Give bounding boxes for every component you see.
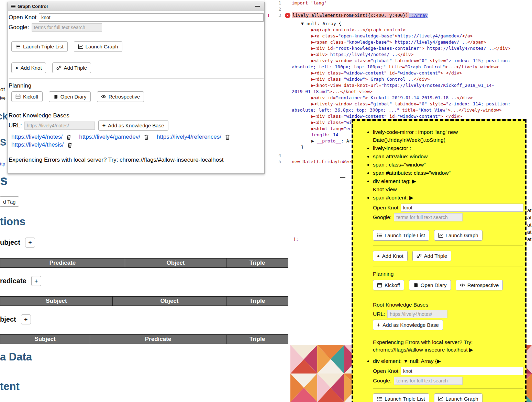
open-diary-button[interactable]: Open Diary [409, 280, 451, 290]
desktop: ot ive ck S ttp s d Tag tions ubject + r… [0, 0, 532, 402]
launch-graph-button[interactable]: Launch Graph [434, 393, 483, 402]
kb-link-list: https://lively4/notes/https://lively4/ga… [9, 134, 264, 148]
retrospective-button[interactable]: Retrospective [456, 280, 503, 290]
inspector-node[interactable]: ▶<graph-control>...</graph-control> [292, 27, 532, 33]
launch-graph-button[interactable]: Launch Graph [74, 41, 122, 52]
column-header: Object [113, 297, 226, 306]
inspector-node[interactable]: ▶<a class="open-knowledge-base">https://… [292, 33, 532, 39]
graph-control-window: Graph Control Open Knot Google: Launch T… [8, 2, 265, 174]
expand-arrow-icon[interactable]: ▶ [468, 347, 473, 353]
column-header: Object [125, 259, 226, 267]
add-triple-button[interactable]: Add Triple [412, 251, 452, 261]
open-knot-input[interactable] [401, 367, 523, 375]
column-header: Subject [0, 335, 90, 344]
kickoff-button[interactable]: Kickoff [373, 280, 404, 290]
knowledge-base-entry: https://lively4/notes/ [11, 134, 71, 140]
line-number: 5 [265, 159, 291, 165]
add-knot-button[interactable]: ● Add Knot [11, 62, 46, 73]
add-triple-button[interactable]: Add Triple [52, 62, 91, 73]
inspector-node[interactable]: ▶<knot-view data-knot-url="https://livel… [292, 82, 532, 95]
trash-icon[interactable] [225, 134, 230, 140]
kb-url-input[interactable] [24, 122, 95, 130]
open-diary-button[interactable]: Open Diary [49, 91, 91, 102]
knowledge-base-link[interactable]: https://lively4/references/ [157, 134, 221, 140]
eye-icon [460, 283, 465, 288]
trash-icon[interactable] [144, 134, 149, 140]
inspector-node[interactable]: ▶<div id="container"> Kickoff 2019.01.14… [292, 95, 532, 101]
google-search-input[interactable] [394, 377, 463, 385]
trash-icon[interactable] [66, 134, 71, 140]
link-fragment[interactable]: ttp [0, 161, 5, 166]
inspector-node[interactable]: ▶<div id="root-knowledge-bases-container… [292, 45, 532, 51]
inspector-node[interactable]: ▶<span class="knowledge-base"> https://l… [292, 39, 532, 45]
launch-triple-list-button[interactable]: Launch Triple List [373, 393, 429, 402]
inspector-node[interactable]: ▶<div class="window"> Graph Control ..</… [292, 76, 532, 82]
open-knot-input[interactable] [39, 13, 264, 22]
trash-icon[interactable] [67, 142, 73, 148]
window-title-fragment: ot [0, 87, 5, 93]
retrospective-button[interactable]: Retrospective [97, 91, 144, 102]
section-heading-fragment: s [0, 173, 8, 188]
chart-icon [438, 396, 443, 401]
root-kb-heading: Root Knowledge Bases [373, 301, 523, 309]
inspector-node[interactable]: ▶<div> https://lively4/notes/ ..</div> [292, 51, 532, 58]
column-header: Triple [226, 297, 288, 306]
triple-table-header: PredicateObjectTriple [0, 258, 288, 268]
minimize-icon[interactable] [340, 177, 345, 178]
button-label: Add Knot [382, 253, 403, 259]
error-icon[interactable]: ✕ [285, 13, 290, 18]
inspector-node[interactable]: ▶<div class="window-content" id="window-… [292, 113, 532, 119]
launch-graph-button[interactable]: Launch Graph [434, 230, 483, 241]
overlay-item-div-element: div element: ▼ null: Array {▶ Open Knot … [373, 357, 523, 402]
window-menu-icon[interactable] [11, 5, 15, 8]
kickoff-button[interactable]: Kickoff [11, 91, 43, 102]
knowledge-base-link[interactable]: https://lively4/thesis/ [11, 141, 64, 148]
embedded-graph-control-preview: Open Knot Google: Launch Triple List [373, 367, 523, 402]
button-label: Add Knot [21, 65, 42, 71]
add-subject-button[interactable]: + [25, 238, 35, 248]
result-annotation-link[interactable]: :Array [409, 13, 428, 18]
kb-url-input[interactable] [387, 310, 447, 318]
clipped-text-fragment: at [527, 236, 532, 242]
column-header: Triple [226, 259, 288, 267]
button-label: Launch Triple List [23, 44, 64, 49]
add-kb-button[interactable]: + Add as Knowledge Base [98, 120, 168, 131]
inspector-node[interactable]: ▶<lively-window class="global" tabindex=… [292, 58, 532, 70]
add-predicate-button[interactable]: + [31, 276, 41, 286]
knot-dot-icon: ● [377, 254, 380, 258]
open-knot-input[interactable] [401, 204, 523, 212]
button-label: Launch Graph [446, 396, 478, 402]
button-label: Add as Knowledge Base [108, 123, 164, 128]
window-titlebar[interactable]: Graph Control [8, 2, 264, 11]
button-label: Launch Graph [446, 232, 478, 238]
add-kb-button[interactable]: + Add as Knowledge Base [373, 320, 443, 330]
knowledge-base-link[interactable]: https://lively4/gamedev/ [79, 134, 140, 140]
relations-heading-fragment: tions [0, 216, 25, 228]
predicate-section: redicate + [0, 276, 41, 286]
open-knot-label: Open Knot [373, 204, 398, 211]
google-search-input[interactable] [32, 23, 102, 32]
divider [373, 388, 523, 389]
minimize-icon[interactable] [255, 6, 260, 7]
google-label: Google: [9, 24, 29, 31]
launch-triple-list-button[interactable]: Launch Triple List [11, 41, 68, 52]
button-label: Open Diary [421, 282, 447, 288]
line-number: 2 [265, 6, 291, 12]
column-header: Predicate [90, 335, 226, 344]
add-object-button[interactable]: + [21, 314, 31, 324]
list-icon [377, 396, 382, 401]
add-knot-button[interactable]: ● Add Knot [373, 251, 408, 261]
url-label: URL: [9, 122, 22, 129]
google-search-input[interactable] [394, 213, 463, 221]
line-number: 1 [265, 0, 291, 6]
meta-data-heading-fragment: a Data [0, 351, 32, 363]
inspector-node[interactable]: ▶<lively-window class="global" tabindex=… [292, 101, 532, 113]
evaluated-expression[interactable]: lively.allElementsFromPoint({x:400, y:40… [292, 12, 409, 18]
launch-triple-list-button[interactable]: Launch Triple List [373, 230, 429, 241]
overlay-item-list: lively-code-mirror : import 'lang' new D… [360, 128, 523, 402]
inspector-node[interactable]: ▶<div class="window-content" id="window-… [292, 70, 532, 76]
inspector-node[interactable]: ▼ null: Array { [292, 21, 532, 27]
add-tag-button[interactable]: d Tag [0, 196, 19, 207]
open-knot-label: Open Knot [9, 14, 36, 21]
knowledge-base-link[interactable]: https://lively4/notes/ [11, 134, 63, 140]
